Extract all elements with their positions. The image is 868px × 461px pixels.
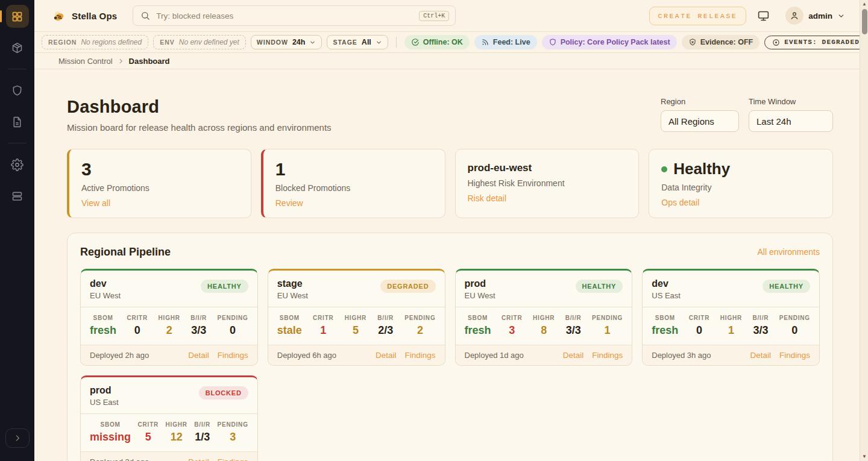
metric-label: B/I/R: [194, 421, 210, 428]
status-badge: BLOCKED: [199, 386, 248, 400]
metric-label: CRITR: [127, 315, 148, 321]
deployed-timestamp: Deployed 1d ago: [465, 351, 524, 360]
vertical-scrollbar[interactable]: ▲ ▼: [860, 0, 868, 461]
metric-label: PENDING: [592, 315, 623, 321]
sidebar-item-infrastructure[interactable]: [6, 184, 29, 207]
chevron-down-icon: [837, 12, 845, 20]
active-indicator: [0, 10, 2, 22]
metric-label: CRITR: [502, 315, 523, 321]
time-window-filter-select[interactable]: Last 24h: [749, 110, 833, 132]
all-environments-link[interactable]: All environments: [758, 247, 820, 257]
metric-label: PENDING: [404, 315, 435, 321]
detail-link[interactable]: Detail: [750, 351, 771, 360]
metric-label: B/I/R: [565, 315, 582, 321]
detail-link[interactable]: Detail: [188, 457, 209, 461]
review-link[interactable]: Review: [275, 198, 303, 208]
metric-label: SBOM: [277, 315, 302, 321]
breadcrumb: Mission Control Dashboard: [34, 53, 860, 69]
events-status-pill[interactable]: EVENTS: DEGRADED: [764, 36, 867, 49]
metric-value-highr: 8: [541, 324, 547, 336]
sidebar-item-dashboard[interactable]: [6, 5, 29, 28]
findings-link[interactable]: Findings: [218, 351, 248, 360]
env-name: prod: [465, 278, 495, 289]
view-all-link[interactable]: View all: [81, 198, 110, 208]
stage-select-pill[interactable]: STAGE All: [327, 35, 388, 49]
metric-value-highr: 1: [728, 324, 734, 336]
window-select-pill[interactable]: WINDOW 24h: [251, 35, 322, 49]
region-filter-select[interactable]: All Regions: [661, 110, 739, 132]
time-window-filter-label: Time Window: [749, 97, 833, 106]
sidebar-item-documents[interactable]: [6, 110, 29, 133]
metric-value-sbom: fresh: [465, 324, 491, 336]
scroll-down-arrow[interactable]: ▼: [860, 453, 868, 460]
metric-value-highr: 5: [353, 324, 359, 336]
metric-label: HIGHR: [166, 421, 187, 428]
detail-link[interactable]: Detail: [188, 351, 209, 360]
rss-icon: [481, 38, 489, 46]
metric-value-critr: 5: [145, 431, 151, 443]
pipeline-card-dev-eu-west: dev EU West HEALTHY SBOMfresh CRITR0 HIG…: [80, 269, 258, 366]
metric-label: PENDING: [779, 315, 810, 321]
metric-label: SBOM: [90, 421, 131, 428]
pipeline-card-prod-eu-west: prod EU West HEALTHY SBOMfresh CRITR3 HI…: [455, 269, 633, 366]
breadcrumb-parent[interactable]: Mission Control: [58, 57, 113, 66]
metric-label: HIGHR: [159, 315, 180, 321]
metric-value-bir: 3/3: [191, 324, 206, 336]
findings-link[interactable]: Findings: [779, 351, 810, 360]
metric-value-critr: 0: [134, 324, 140, 336]
chevron-right-icon: [118, 58, 124, 64]
chevron-right-icon: [13, 434, 22, 442]
scroll-up-arrow[interactable]: ▲: [860, 1, 868, 8]
sidebar-item-settings[interactable]: [6, 153, 29, 176]
pipeline-card-dev-us-east: dev US East HEALTHY SBOMfresh CRITR0 HIG…: [642, 269, 820, 366]
deployed-timestamp: Deployed 6h ago: [277, 351, 336, 360]
search-icon: [140, 11, 150, 20]
scrollbar-thumb[interactable]: [862, 9, 867, 34]
findings-link[interactable]: Findings: [592, 351, 623, 360]
search-input[interactable]: [156, 11, 413, 20]
display-mode-button[interactable]: [755, 7, 772, 25]
risk-detail-link[interactable]: Risk detail: [468, 193, 507, 203]
env-context-pill[interactable]: ENV No env defined yet: [153, 35, 246, 49]
active-promotions-count: 3: [81, 160, 239, 179]
metric-value-pending: 1: [605, 324, 611, 336]
chevron-down-icon: [376, 39, 382, 46]
findings-link[interactable]: Findings: [218, 457, 248, 461]
metric-label: CRITR: [313, 315, 334, 321]
offline-status-pill[interactable]: Offline: OK: [404, 35, 470, 49]
data-integrity-card: Healthy Data Integrity Ops detail: [649, 149, 833, 218]
document-icon: [11, 116, 24, 128]
deployed-timestamp: Deployed 3d ago: [90, 457, 149, 461]
sidebar-item-security[interactable]: [6, 79, 29, 102]
policy-status-pill[interactable]: Policy: Core Policy Pack latest: [542, 35, 677, 49]
shield-icon: [549, 38, 557, 46]
ops-detail-link[interactable]: Ops detail: [661, 198, 699, 207]
detail-link[interactable]: Detail: [376, 351, 397, 360]
metric-value-highr: 12: [171, 431, 183, 443]
pipeline-card-stage-eu-west: stage EU West DEGRADED SBOMstale CRITR1 …: [268, 269, 445, 366]
metric-value-pending: 0: [230, 324, 236, 336]
feed-status-pill[interactable]: Feed: Live: [474, 35, 537, 49]
metric-label: HIGHR: [345, 315, 366, 321]
status-badge: HEALTHY: [763, 280, 810, 293]
evidence-status-pill[interactable]: Evidence: OFF: [682, 35, 760, 49]
region-context-pill[interactable]: REGION No regions defined: [42, 35, 148, 49]
user-menu[interactable]: admin: [785, 7, 845, 25]
health-dot: [661, 166, 667, 172]
page-subtitle: Mission board for release health across …: [67, 122, 332, 133]
app-logo[interactable]: Stella Ops: [51, 8, 117, 24]
metric-label: B/I/R: [377, 315, 394, 321]
global-search[interactable]: Ctrl+K: [133, 5, 456, 26]
metric-label: SBOM: [652, 315, 678, 321]
deployed-timestamp: Deployed 3h ago: [652, 351, 711, 360]
metric-label: CRITR: [138, 421, 159, 428]
env-region: EU West: [277, 291, 308, 300]
metric-value-bir: 1/3: [195, 431, 210, 443]
highest-risk-label: Highest Risk Environment: [468, 178, 627, 188]
sidebar-item-packages[interactable]: [6, 36, 29, 59]
sidebar-collapse-button[interactable]: [5, 428, 30, 448]
findings-link[interactable]: Findings: [404, 351, 435, 360]
highest-risk-env-name: prod-eu-west: [468, 162, 627, 174]
create-release-button[interactable]: CREATE RELEASE: [649, 7, 747, 25]
detail-link[interactable]: Detail: [563, 351, 584, 360]
